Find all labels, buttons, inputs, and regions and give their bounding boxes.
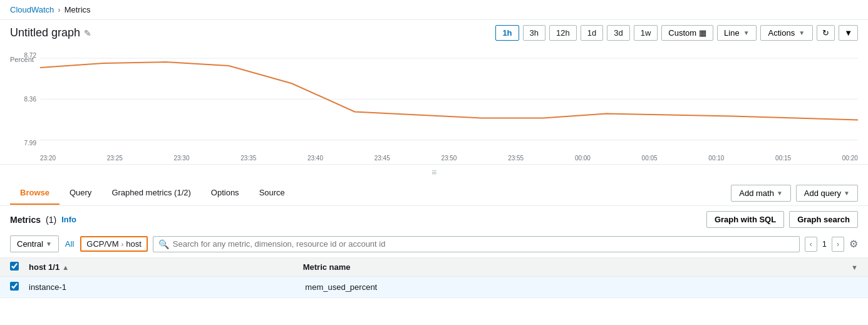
chart-svg [40,52,858,147]
settings-icon[interactable]: ⚙ [849,238,858,250]
pagination: ‹ 1 › [805,237,844,252]
tab-browse[interactable]: Browse [10,182,59,205]
drag-handle[interactable]: ≡ [0,165,868,180]
custom-calendar-icon: ▦ [699,28,706,38]
chart-container: Percent 8.72 8.36 7.99 23:20 23:25 23:30… [0,46,868,165]
th-host-label: host 1/1 [29,262,59,272]
add-math-caret: ▼ [777,190,783,197]
add-query-button[interactable]: Add query ▼ [796,185,858,202]
chart-type-dropdown[interactable]: Line ▼ [717,25,756,41]
x-label-12: 00:20 [842,155,858,162]
sort-ascending-icon[interactable]: ▲ [62,264,69,271]
y-value-mid: 8.36 [24,96,36,103]
th-checkbox [10,262,29,272]
time-btn-custom[interactable]: Custom ▦ [661,25,713,41]
chart-type-label: Line [724,28,740,38]
row-checkbox[interactable] [10,282,19,291]
filter-item-host: host [126,239,142,249]
th-metric-name: Metric name [303,262,851,272]
tab-query[interactable]: Query [59,182,101,205]
x-label-5: 23:45 [375,155,390,162]
time-btn-3h[interactable]: 3h [523,25,545,41]
add-query-label: Add query [804,188,841,198]
x-label-3: 23:35 [240,155,256,162]
x-label-7: 23:55 [508,155,524,162]
search-icon: 🔍 [158,239,169,249]
breadcrumb-separator: › [58,5,60,14]
add-math-label: Add math [739,188,774,198]
tab-options[interactable]: Options [201,182,249,205]
metrics-buttons: Graph with SQL Graph search [706,211,858,228]
graph-title-text: Untitled graph [10,26,80,39]
table-header: host 1/1 ▲ Metric name ▼ [0,257,868,277]
central-label: Central [17,239,43,249]
time-btn-12h[interactable]: 12h [549,25,577,41]
central-dropdown[interactable]: Central ▼ [10,235,59,252]
breadcrumb: CloudWatch › Metrics [0,0,868,20]
table-row: instance-1 mem_used_percent [0,277,868,298]
x-label-11: 00:15 [775,155,791,162]
x-label-10: 00:10 [708,155,724,162]
central-caret: ▼ [46,240,52,247]
chart-type-caret: ▼ [743,29,750,36]
x-label-0: 23:20 [40,155,56,162]
custom-label: Custom [668,28,696,38]
add-math-button[interactable]: Add math ▼ [731,185,791,202]
tabs-row: Browse Query Graphed metrics (1/2) Optio… [0,181,868,206]
filter-row: Central ▼ All GCP/VM › host 🔍 ‹ 1 › ⚙ [0,233,868,257]
edit-title-icon[interactable]: ✎ [84,28,91,38]
time-btn-1w[interactable]: 1w [634,25,658,41]
td-host-value: instance-1 [29,282,305,292]
graph-search-button[interactable]: Graph search [789,211,858,228]
actions-button[interactable]: Actions ▼ [760,25,814,41]
y-axis-values: 8.72 8.36 7.99 [10,52,40,147]
metrics-title-text: Metrics [10,215,41,225]
breadcrumb-parent-link[interactable]: CloudWatch [10,5,54,14]
time-controls: 1h 3h 12h 1d 3d 1w Custom ▦ Line ▼ Actio… [495,25,858,41]
x-label-1: 23:25 [107,155,123,162]
x-label-8: 00:00 [575,155,591,162]
graph-with-sql-button[interactable]: Graph with SQL [706,211,784,228]
add-query-caret: ▼ [844,190,850,197]
metrics-count: (1) [46,215,56,225]
td-metric-value: mem_used_percent [305,282,858,292]
time-btn-1h[interactable]: 1h [495,25,519,41]
y-value-high: 8.72 [24,52,36,59]
y-value-low: 7.99 [24,140,36,147]
tabs: Browse Query Graphed metrics (1/2) Optio… [10,182,295,205]
next-page-button[interactable]: › [832,237,844,252]
tab-graphed-metrics[interactable]: Graphed metrics (1/2) [101,182,200,205]
title-row: Untitled graph ✎ 1h 3h 12h 1d 3d 1w Cust… [0,20,868,46]
graph-title-group: Untitled graph ✎ [10,26,91,39]
tab-source[interactable]: Source [249,182,295,205]
metrics-info-link[interactable]: Info [61,215,76,224]
time-btn-1d[interactable]: 1d [581,25,603,41]
x-axis-labels: 23:20 23:25 23:30 23:35 23:40 23:45 23:5… [40,155,858,162]
td-checkbox [10,282,29,292]
x-label-4: 23:40 [307,155,323,162]
time-btn-3d[interactable]: 3d [607,25,629,41]
filter-arrow-1: › [121,240,124,248]
more-options-button[interactable]: ▼ [839,25,858,41]
actions-caret: ▼ [798,29,805,36]
search-box: 🔍 [153,236,800,252]
th-host[interactable]: host 1/1 ▲ [29,262,303,272]
refresh-button[interactable]: ↻ [817,25,835,41]
x-label-9: 00:05 [642,155,658,162]
select-all-checkbox[interactable] [10,262,19,271]
metrics-title-group: Metrics (1) Info [10,215,76,225]
breadcrumb-current: Metrics [65,5,91,14]
search-input[interactable] [173,239,794,249]
prev-page-button[interactable]: ‹ [805,237,817,252]
page-number: 1 [820,239,829,249]
x-label-6: 23:50 [441,155,457,162]
actions-label: Actions [768,28,795,38]
column-settings-icon[interactable]: ▼ [851,264,858,271]
x-label-2: 23:30 [173,155,189,162]
chart-inner: Percent 8.72 8.36 7.99 23:20 23:25 23:30… [10,46,858,164]
tab-actions: Add math ▼ Add query ▼ [731,181,858,205]
metrics-header: Metrics (1) Info Graph with SQL Graph se… [0,206,868,233]
filter-breadcrumb[interactable]: GCP/VM › host [80,236,148,252]
th-end-caret[interactable]: ▼ [851,262,858,272]
all-link[interactable]: All [64,239,75,249]
